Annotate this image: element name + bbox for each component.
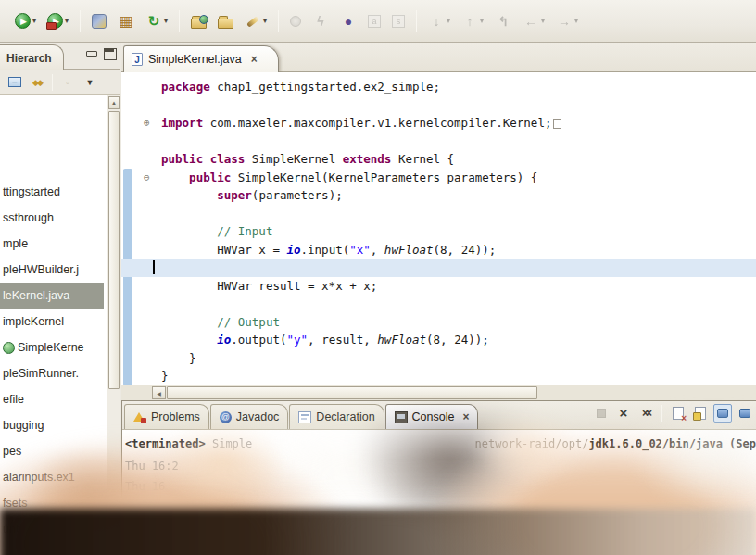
remove-all-terminated-button[interactable]: ×× (636, 404, 655, 423)
tree-scrollbar[interactable]: ▲ (107, 95, 120, 555)
tree-item[interactable]: pleSimRunner. (0, 360, 104, 386)
code-line[interactable]: // Input (121, 222, 756, 241)
tab-hierarchy[interactable]: Hierarch (0, 44, 64, 70)
hardware-build-button[interactable]: ▦ (115, 9, 137, 33)
editor-body[interactable]: package chap1_gettingstarted.ex2_simple;… (121, 72, 756, 385)
tab-simplekernel-java[interactable]: J SimpleKernel.java × (123, 45, 279, 72)
code-line[interactable] (121, 205, 756, 223)
simulation-wizard-button[interactable] (89, 9, 109, 33)
tree-item[interactable]: efile (0, 386, 104, 412)
tree-item[interactable]: fsets (0, 490, 104, 516)
rebuild-button[interactable]: ↻▾ (143, 9, 170, 33)
fold-collapse-icon[interactable]: ⊖ (144, 169, 150, 187)
minimize-view-button[interactable] (85, 48, 97, 58)
tree-item[interactable]: SimpleKerne (0, 334, 104, 360)
console-log-line: Thu 16 (125, 480, 165, 493)
open-project-button[interactable] (215, 9, 236, 33)
code-text: // Output (161, 315, 280, 329)
code-line[interactable]: io.output("y", result, hwFloat(8, 24)); (121, 331, 756, 349)
token: } (161, 369, 169, 383)
tab-console[interactable]: Console× (385, 404, 479, 429)
tree-item[interactable]: ssthrough (0, 205, 104, 231)
code-line[interactable]: public class SimpleKernel extends Kernel… (121, 150, 756, 169)
console-output[interactable]: <terminated> Simple network-raid/opt/jdk… (122, 430, 756, 555)
code-line[interactable]: } (121, 367, 756, 385)
scroll-lock-button[interactable] (691, 404, 710, 423)
pin-console-button[interactable] (713, 404, 732, 423)
maximize-view-button[interactable] (104, 48, 116, 58)
code-line[interactable] (121, 259, 756, 277)
tree-item-label: bugging (3, 419, 44, 432)
arrow-right-icon: → (556, 13, 573, 30)
fold-expand-icon[interactable]: ⊕ (144, 114, 150, 132)
tree-item[interactable]: leKernel.java (0, 283, 104, 309)
dropdown-caret-icon[interactable]: ▾ (164, 17, 168, 25)
java-file-icon: J (132, 53, 143, 66)
tree-item[interactable]: unters (0, 516, 104, 542)
tab-javadoc[interactable]: @Javadoc (210, 404, 289, 429)
tree-item[interactable]: bugging (0, 412, 104, 438)
bolt-icon: ϟ (312, 13, 329, 30)
annotate-button[interactable]: ▾ (242, 9, 270, 33)
remove-launch-button[interactable]: × (614, 404, 633, 423)
dropdown-caret-icon[interactable]: ▾ (263, 17, 267, 25)
code-line[interactable]: } (121, 349, 756, 368)
scroll-left-icon[interactable]: ◀ (152, 386, 166, 399)
tree-item[interactable]: impleKernel (0, 309, 104, 334)
dropdown-caret-icon[interactable]: ▾ (65, 17, 69, 25)
import-project-button[interactable] (188, 9, 209, 33)
folded-region-icon[interactable] (553, 119, 561, 129)
code-line[interactable]: HWVar result = x*x + x; (121, 277, 756, 296)
tab-problems[interactable]: Problems (124, 404, 209, 429)
diamonds-icon: ◆◆ (32, 78, 42, 87)
terminate-button (592, 404, 611, 423)
close-tab-icon[interactable]: × (462, 410, 469, 423)
next-annotation-button: ↓▾ (425, 9, 453, 33)
clear-console-button[interactable] (669, 404, 687, 423)
code-line[interactable]: // Output (121, 313, 756, 332)
editor-hscrollbar[interactable]: ◀ (121, 385, 756, 400)
tree-item[interactable]: mple (0, 231, 104, 257)
tree-items: ttingstartedssthroughmplepleHWBuilder.jl… (0, 179, 120, 542)
close-tab-icon[interactable]: × (251, 53, 258, 66)
code-line[interactable]: ⊕import com.maxeler.maxcompiler.v1.kerne… (121, 114, 756, 132)
tree-scrollbar-thumb[interactable] (108, 111, 120, 389)
search-button[interactable]: ● (337, 9, 359, 33)
code-line[interactable] (121, 96, 756, 115)
run-external-tools-button[interactable]: ▶▾ (44, 9, 71, 33)
code-text: HWVar x = io.input("x", hwFloat(8, 24)); (161, 243, 496, 257)
display-selected-console-button[interactable] (736, 404, 754, 423)
arrow-up-icon: ↑ (461, 13, 478, 30)
tree-item[interactable]: ttingstarted (0, 179, 104, 205)
link-with-editor-button[interactable]: ◆◆ (28, 73, 46, 92)
view-menu-button[interactable]: ▼ (81, 73, 99, 92)
console-log-line: Thu 16:2 (125, 460, 179, 473)
editor-tab-label: SimpleKernel.java (148, 53, 242, 66)
code-line[interactable] (121, 295, 756, 313)
tree-item[interactable]: alarinputs.ex1 (0, 464, 104, 490)
token: } (161, 351, 196, 365)
editor-hscrollbar-thumb[interactable] (167, 386, 537, 399)
code-line[interactable]: super(parameters); (121, 186, 756, 205)
tab-declaration[interactable]: Declaration (289, 404, 384, 429)
run-last-tool-button: ϟ (309, 9, 332, 33)
remove-all-icon: ×× (642, 408, 649, 419)
dropdown-caret-icon[interactable]: ▾ (32, 17, 36, 25)
jdk-path-faded: network-raid/opt/ (475, 437, 589, 450)
tree-item-label: pes (3, 445, 21, 458)
code-area[interactable]: package chap1_gettingstarted.ex2_simple;… (121, 72, 756, 385)
token: public (189, 170, 231, 184)
run-button[interactable]: ▶▾ (12, 9, 39, 33)
token: package (161, 80, 210, 94)
scroll-up-icon[interactable]: ▲ (108, 96, 120, 109)
tree-item[interactable]: pleHWBuilder.j (0, 257, 104, 283)
code-line[interactable] (121, 132, 756, 151)
wizard-icon (92, 14, 107, 29)
collapse-all-button[interactable]: − (6, 73, 24, 92)
pin-console-icon (717, 409, 728, 418)
code-line[interactable]: ⊖ public SimpleKernel(KernelParameters p… (121, 169, 756, 187)
code-line[interactable]: package chap1_gettingstarted.ex2_simple; (121, 78, 756, 96)
tree-item[interactable]: pes (0, 438, 104, 464)
code-line[interactable]: HWVar x = io.input("x", hwFloat(8, 24)); (121, 241, 756, 259)
dim-icon: ◦ (66, 77, 69, 88)
